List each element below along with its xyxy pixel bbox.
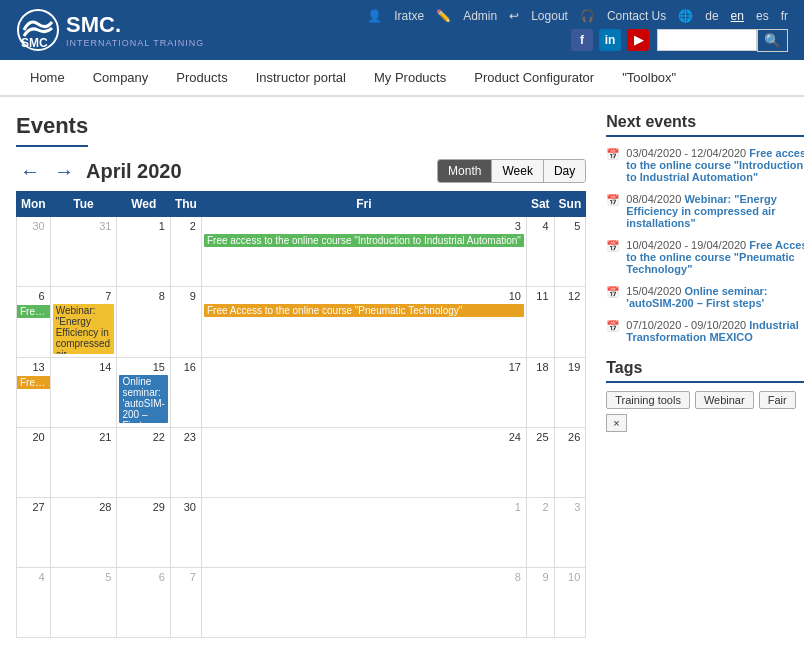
top-header: SMC SMC. INTERNATIONAL TRAINING 👤 Iratxe…	[0, 0, 804, 60]
day-apr2: 2	[170, 217, 201, 287]
day-apr20: 20	[17, 428, 51, 498]
day-apr17: 17	[201, 358, 526, 428]
day-apr28: 28	[50, 498, 117, 568]
search-box: 🔍	[657, 29, 788, 52]
tag-fair[interactable]: Fair	[759, 391, 796, 409]
day-apr21: 21	[50, 428, 117, 498]
lang-en[interactable]: en	[731, 9, 744, 23]
event-bar-ev4[interactable]: Free Access to the online course "Pneuma…	[204, 304, 524, 317]
calendar-icon-5: 📅	[606, 320, 620, 333]
calendar-icon-2: 📅	[606, 194, 620, 207]
lang-es[interactable]: es	[756, 9, 769, 23]
day-apr8: 8	[117, 287, 170, 358]
day-apr19: 19	[554, 358, 586, 428]
user-icon: 👤	[367, 9, 382, 23]
nav-my-products[interactable]: My Products	[360, 60, 460, 95]
weekday-thu: Thu	[170, 192, 201, 217]
nav-toolbox[interactable]: "Toolbox"	[608, 60, 690, 95]
next-event-2: 📅 08/04/2020 Webinar: "Energy Efficiency…	[606, 193, 804, 229]
weekday-wed: Wed	[117, 192, 170, 217]
page-content: Events ← → April 2020 Month Week Day Mon…	[0, 97, 804, 651]
day-apr5: 5	[554, 217, 586, 287]
smc-logo-icon: SMC	[16, 8, 60, 52]
weekday-tue: Tue	[50, 192, 117, 217]
day-may8: 8	[201, 568, 526, 638]
view-day-button[interactable]: Day	[544, 160, 585, 182]
edit-icon: ✏️	[436, 9, 451, 23]
nav-company[interactable]: Company	[79, 60, 163, 95]
social-icons: f in ▶	[571, 29, 649, 51]
day-apr24: 24	[201, 428, 526, 498]
day-apr26: 26	[554, 428, 586, 498]
day-apr29: 29	[117, 498, 170, 568]
linkedin-icon[interactable]: in	[599, 29, 621, 51]
nav-product-configurator[interactable]: Product Configurator	[460, 60, 608, 95]
calendar-weekday-row: Mon Tue Wed Thu Fri Sat Sun	[17, 192, 586, 217]
day-may9: 9	[526, 568, 554, 638]
search-button[interactable]: 🔍	[757, 29, 788, 52]
tag-training-tools[interactable]: Training tools	[606, 391, 690, 409]
youtube-icon[interactable]: ▶	[627, 29, 649, 51]
user-link[interactable]: Iratxe	[394, 9, 424, 23]
view-month-button[interactable]: Month	[438, 160, 492, 182]
facebook-icon[interactable]: f	[571, 29, 593, 51]
calendar-nav: ← →	[16, 160, 78, 183]
next-month-button[interactable]: →	[50, 160, 78, 183]
event-bar-ev1-mon[interactable]: Free access to the online course "Introd…	[17, 305, 50, 318]
event-bar-ev5-mon[interactable]: Free Access to the online course "Pneuma…	[17, 376, 50, 389]
view-week-button[interactable]: Week	[492, 160, 543, 182]
lang-de[interactable]: de	[705, 9, 718, 23]
calendar-header: ← → April 2020 Month Week Day	[16, 159, 586, 183]
lang-fr[interactable]: fr	[781, 9, 788, 23]
calendar-week-0: 30 31 1 2 3 Free access to the online co…	[17, 217, 586, 287]
weekday-sat: Sat	[526, 192, 554, 217]
day-apr22: 22	[117, 428, 170, 498]
next-event-4: 📅 15/04/2020 Online seminar: 'autoSIM-20…	[606, 285, 804, 309]
weekday-sun: Sun	[554, 192, 586, 217]
next-event-3: 📅 10/04/2020 - 19/04/2020 Free Access to…	[606, 239, 804, 275]
nav-products[interactable]: Products	[162, 60, 241, 95]
event-bar-ev6[interactable]: Online seminar: 'autoSIM-200 – First ste…	[119, 375, 167, 423]
calendar-month-title: April 2020	[86, 160, 182, 183]
event-bar-ev1-fri[interactable]: Free access to the online course "Introd…	[204, 234, 524, 247]
svg-text:SMC: SMC	[21, 36, 48, 50]
calendar-icon-4: 📅	[606, 286, 620, 299]
top-right: 👤 Iratxe ✏️ Admin ↩ Logout 🎧 Contact Us …	[367, 9, 788, 52]
day-apr27: 27	[17, 498, 51, 568]
calendar-section: Events ← → April 2020 Month Week Day Mon…	[16, 113, 586, 638]
event-bar-ev3[interactable]: Webinar: "Energy Efficiency in compresse…	[53, 304, 115, 354]
admin-link[interactable]: Admin	[463, 9, 497, 23]
calendar-view-buttons: Month Week Day	[437, 159, 586, 183]
tags-clear-button[interactable]: ×	[606, 414, 626, 432]
calendar-week-5: 4 5 6 7 8 9 10	[17, 568, 586, 638]
next-event-5: 📅 07/10/2020 - 09/10/2020 Industrial Tra…	[606, 319, 804, 343]
nav-home[interactable]: Home	[16, 60, 79, 95]
day-may5: 5	[50, 568, 117, 638]
day-apr14: 14	[50, 358, 117, 428]
contact-link[interactable]: Contact Us	[607, 9, 666, 23]
prev-month-button[interactable]: ←	[16, 160, 44, 183]
tag-webinar[interactable]: Webinar	[695, 391, 754, 409]
weekday-mon: Mon	[17, 192, 51, 217]
calendar-week-3: 20 21 22 23 24 25 26	[17, 428, 586, 498]
nav-instructor-portal[interactable]: Instructor portal	[242, 60, 360, 95]
day-apr23: 23	[170, 428, 201, 498]
phone-icon: 🎧	[580, 9, 595, 23]
calendar-week-2: 13 Free Access to the online course "Pne…	[17, 358, 586, 428]
logout-icon: ↩	[509, 9, 519, 23]
day-apr7: 7 Webinar: "Energy Efficiency in compres…	[50, 287, 117, 358]
tags-container: Training tools Webinar Fair ×	[606, 391, 804, 432]
main-nav: Home Company Products Instructor portal …	[0, 60, 804, 97]
day-mar30: 30	[17, 217, 51, 287]
calendar-week-4: 27 28 29 30 1 2 3	[17, 498, 586, 568]
tags-title: Tags	[606, 359, 804, 383]
top-links: 👤 Iratxe ✏️ Admin ↩ Logout 🎧 Contact Us …	[367, 9, 788, 23]
logo-text: SMC. INTERNATIONAL TRAINING	[66, 12, 204, 48]
day-apr30: 30	[170, 498, 201, 568]
day-apr6: 6 Free access to the online course "Intr…	[17, 287, 51, 358]
day-may10: 10	[554, 568, 586, 638]
day-may2: 2	[526, 498, 554, 568]
logout-link[interactable]: Logout	[531, 9, 568, 23]
search-input[interactable]	[657, 29, 757, 51]
globe-icon: 🌐	[678, 9, 693, 23]
